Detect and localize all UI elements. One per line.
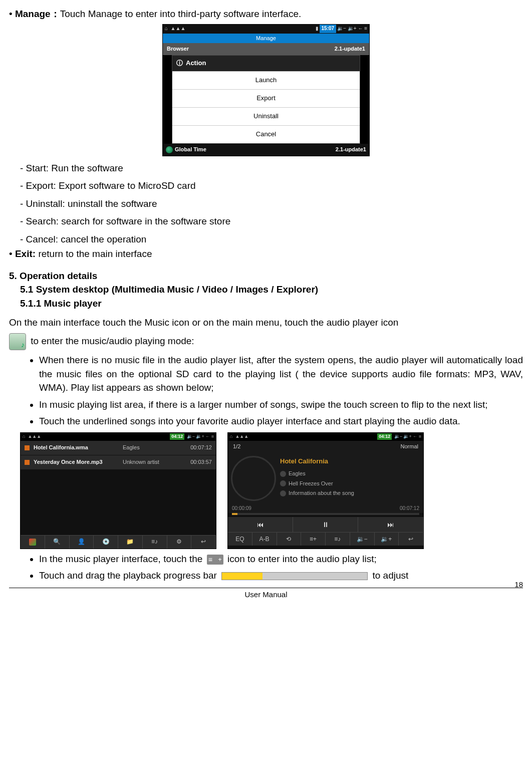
home-icon: ⌂ <box>165 25 168 33</box>
song-artist: Eagles <box>123 444 178 452</box>
bullet-prefix: • <box>9 248 15 259</box>
tab-artist[interactable]: 👤 <box>70 536 94 549</box>
globaltime-label: Global Time <box>175 146 206 152</box>
clock: 15:07 <box>320 25 337 33</box>
def-search: - Search: search for software in the sof… <box>20 214 523 228</box>
add-playlist-icon: + <box>207 555 223 565</box>
def-export: - Export: Export software to MicroSD car… <box>20 179 523 193</box>
track-counter: 1/2 <box>233 443 240 451</box>
song-title: Yesterday Once More.mp3 <box>34 458 119 466</box>
warn-icon: ▲▲▲ <box>28 433 41 440</box>
tab-bar: 🔍 👤 💿 📁 ≡♪ ⚙ ↩ <box>21 535 216 549</box>
dialog-item-cancel[interactable]: Cancel <box>172 125 360 143</box>
browser-label: Browser <box>167 45 189 53</box>
bullet-5: Touch and drag the playback progress bar… <box>39 569 523 583</box>
song-artist: Unknown artist <box>123 458 178 466</box>
status-bar: ⌂ ▲▲▲ 04:12 🔉− 🔉+ ← ≡ <box>21 433 216 441</box>
tab-list[interactable]: ≡♪ <box>143 536 167 549</box>
player-top-row: 1/2 Normal <box>228 441 423 453</box>
playlist-button[interactable]: ≡+ <box>301 533 326 546</box>
action-dialog: ⓘ Action Launch Export Uninstall Cancel <box>172 55 360 143</box>
next-button[interactable]: ⏭ <box>358 517 423 532</box>
song-row-2[interactable]: Yesterday Once More.mp3 Unknown artist 0… <box>21 455 216 470</box>
page-footer: 18 User Manual <box>9 588 523 600</box>
elapsed-time: 00:00:09 <box>232 505 251 512</box>
signal-icon: ▮ <box>316 25 319 33</box>
dialog-header: ⓘ Action <box>172 56 360 71</box>
heading-5-1: 5.1 System desktop (Multimedia Music / V… <box>20 283 523 297</box>
vol-down-button[interactable]: 🔉− <box>350 533 375 546</box>
back-icon: ← <box>358 25 363 33</box>
track-icon <box>25 460 30 465</box>
back-button[interactable]: ↩ <box>399 533 423 546</box>
pause-button[interactable]: ⏸ <box>293 517 358 532</box>
ab-button[interactable]: A-B <box>252 533 277 546</box>
warn-icon: ▲▲▲ <box>171 25 186 33</box>
list-button[interactable]: ≡♪ <box>326 533 350 546</box>
empty-area <box>21 470 216 535</box>
track-icon <box>25 445 30 450</box>
tab-back[interactable]: ↩ <box>191 536 216 549</box>
vol-down-icon: 🔉− <box>337 25 346 33</box>
intro-text-2: to enter the music/audio playing mode: <box>28 336 194 346</box>
progress-bar-inline[interactable] <box>221 572 368 580</box>
intro-line: On the main interface touch the Music ic… <box>9 316 523 330</box>
tab-search[interactable]: 🔍 <box>45 536 70 549</box>
def-start: - Start: Run the software <box>20 161 523 175</box>
total-time: 00:07:12 <box>400 505 419 512</box>
sys-icons: 🔉− 🔉+ ← ≡ <box>185 433 214 440</box>
dialog-title: Action <box>186 59 206 68</box>
home-icon: ⌂ <box>230 433 232 440</box>
b5-b: to adjust <box>370 570 408 581</box>
progress-bar[interactable] <box>232 513 419 515</box>
eq-button[interactable]: EQ <box>228 533 252 546</box>
album-name: Hell Freezes Over <box>289 480 333 488</box>
heading-5-1-1: 5.1.1 Music player <box>20 297 523 311</box>
song-duration: 00:03:57 <box>182 458 212 466</box>
tab-settings[interactable]: ⚙ <box>167 536 192 549</box>
def-cancel: - Cancel: cancel the operation <box>20 232 523 246</box>
repeat-button[interactable]: ⟲ <box>277 533 302 546</box>
vol-up-icon: 🔉+ <box>348 25 357 33</box>
globaltime-row: Global Time 2.1-update1 <box>163 144 369 156</box>
play-mode: Normal <box>401 443 418 451</box>
home-icon: ⌂ <box>23 433 25 440</box>
exit-bold: Exit: <box>15 248 38 259</box>
playlist-screenshot: ⌂ ▲▲▲ 04:12 🔉− 🔉+ ← ≡ Hotel California.w… <box>20 432 216 549</box>
song-duration: 00:07:12 <box>182 444 212 452</box>
tab-album[interactable]: 💿 <box>94 536 118 549</box>
note-icon <box>29 539 36 546</box>
intro-line-2: to enter the music/audio playing mode: <box>9 333 523 350</box>
exit-line: • Exit: return to the main interface <box>9 247 523 261</box>
vol-up-button[interactable]: 🔉+ <box>375 533 399 546</box>
b4-a: In the music player interface, touch the <box>39 554 205 564</box>
tab-music[interactable] <box>21 536 45 549</box>
bullet-prefix: • <box>9 9 15 19</box>
menu-icon: ≡ <box>364 25 367 33</box>
manage-bold: Manage： <box>15 9 60 19</box>
artist-icon <box>280 471 286 477</box>
dialog-item-export[interactable]: Export <box>172 89 360 107</box>
bullet-3: Touch the underlined songs into your fav… <box>39 414 523 428</box>
b5-a: Touch and drag the playback progress bar <box>39 570 219 581</box>
info-icon <box>280 490 286 496</box>
song-row-1[interactable]: Hotel California.wma Eagles 00:07:12 <box>21 441 216 455</box>
globe-icon <box>166 146 173 153</box>
tab-folder[interactable]: 📁 <box>118 536 143 549</box>
dialog-item-launch[interactable]: Launch <box>172 71 360 89</box>
clock: 04:12 <box>170 433 184 440</box>
globaltime-version: 2.1-update1 <box>336 146 366 154</box>
manage-header: Manage <box>163 34 369 44</box>
clock: 04:12 <box>377 433 392 440</box>
dialog-item-uninstall[interactable]: Uninstall <box>172 107 360 125</box>
info-icon: ⓘ <box>176 59 183 68</box>
album-art-disc <box>231 456 276 501</box>
exit-rest: return to the main interface <box>38 248 152 259</box>
player-mid: Hotel California Eagles Hell Freezes Ove… <box>228 453 423 504</box>
music-app-icon <box>9 333 26 350</box>
heading-5: 5. Operation details <box>9 269 523 283</box>
song-title: Hotel California.wma <box>34 444 119 452</box>
song-name: Hotel California <box>280 456 420 467</box>
prev-button[interactable]: ⏮ <box>228 517 293 532</box>
album-icon <box>280 480 286 486</box>
